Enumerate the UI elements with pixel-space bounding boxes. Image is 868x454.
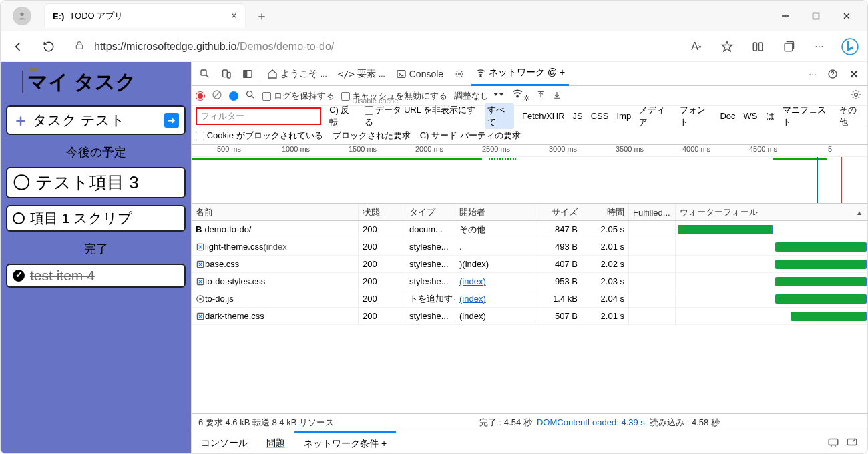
tab-sources-indicator[interactable] [450, 62, 469, 86]
drawer-issues[interactable]: 問題 [257, 431, 294, 454]
preserve-checkbox[interactable] [262, 92, 271, 101]
todo-item-done[interactable]: test item 4 [6, 264, 186, 288]
favorite-icon[interactable] [715, 35, 739, 59]
svg-rect-15 [397, 70, 405, 77]
download-icon[interactable] [552, 89, 562, 102]
svg-point-23 [247, 91, 252, 97]
filter-media[interactable]: メディア [639, 104, 672, 128]
maximize-button[interactable] [801, 5, 831, 27]
invert-label[interactable]: 反転 [329, 105, 349, 127]
more-icon[interactable]: ··· [807, 35, 831, 59]
drawer-network-conditions[interactable]: ネットワーク条件 + [294, 431, 396, 454]
collections-icon[interactable] [777, 35, 801, 59]
svg-line-4 [844, 13, 849, 19]
tab-network[interactable]: ネットワーク @ + [471, 62, 569, 86]
filter-img[interactable]: Imp [616, 111, 631, 121]
throttle-select[interactable]: 調整なし [454, 90, 505, 102]
network-toolbar: ログを保持する キャッシュを無効にするDisable cache 調整なし ✲ [192, 86, 867, 106]
circle-icon [13, 212, 25, 224]
clipboard-icon [22, 70, 23, 93]
todo-item-label: テスト項目 3 [35, 171, 139, 194]
cookie-blocked-checkbox[interactable] [196, 132, 204, 140]
svg-rect-6 [753, 43, 756, 51]
clear-button[interactable] [212, 89, 222, 102]
filter-font[interactable]: フォント [680, 104, 712, 128]
filter-ws[interactable]: WS [744, 111, 758, 121]
filter-css[interactable]: CSS [591, 111, 609, 121]
record-button[interactable] [196, 91, 205, 101]
svg-rect-34 [847, 439, 857, 445]
submit-icon[interactable]: ➜ [164, 113, 179, 128]
filter-fetch[interactable]: Fetch/XHR [522, 111, 565, 121]
filter-js[interactable]: JS [573, 111, 583, 121]
devtools-close-icon[interactable] [845, 62, 863, 86]
drawer-icon-2[interactable] [846, 437, 858, 449]
new-tab-button[interactable]: ＋ [252, 6, 272, 26]
table-row[interactable]: dark-theme.css200styleshe...(index)507 B… [192, 308, 867, 325]
read-aloud-icon[interactable]: A» [684, 35, 708, 59]
url-path: /Demos/demo-to-do/ [236, 41, 334, 53]
filter-all[interactable]: すべて [485, 103, 514, 129]
hide-urls-checkbox[interactable] [365, 106, 373, 115]
close-icon[interactable]: × [231, 10, 237, 22]
svg-point-26 [855, 93, 858, 97]
help-icon[interactable] [823, 62, 842, 86]
check-icon [13, 270, 25, 282]
reload-button[interactable] [37, 35, 61, 59]
bing-icon[interactable] [838, 35, 862, 59]
page-content: マイ タスク ＋ タスク テスト ➜ 今後の予定 〇 テスト項目 3 項目 1 … [1, 62, 191, 454]
tab-elements[interactable]: </>要素... [334, 62, 389, 86]
svg-point-18 [829, 70, 837, 78]
svg-rect-32 [197, 313, 203, 319]
back-button[interactable] [6, 35, 30, 59]
filter-doc[interactable]: Doc [720, 111, 735, 121]
address-bar[interactable]: https://microsoftedge.github.io/Demos/de… [67, 35, 678, 58]
split-icon[interactable] [746, 35, 770, 59]
wifi-conditions-icon[interactable]: ✲ [511, 89, 529, 103]
dock-icon[interactable] [238, 62, 257, 86]
devtools-tabs: ようこそ... </>要素... Console ネットワーク @ + ··· [192, 62, 867, 86]
disable-cache-checkbox[interactable] [341, 92, 350, 101]
table-row[interactable]: to-do-styles.css200styleshe...(index)953… [192, 273, 867, 290]
close-window-button[interactable] [831, 5, 862, 27]
svg-line-3 [844, 13, 849, 19]
gear-icon[interactable] [850, 89, 862, 103]
table-row[interactable]: base.css200styleshe...)(index)407 B2.02 … [192, 256, 867, 273]
filter-input[interactable]: フィルター [196, 107, 321, 125]
filter-other[interactable]: その他 [839, 104, 863, 128]
device-icon[interactable] [217, 62, 236, 86]
preserve-label: ログを保持する [274, 91, 335, 101]
filter-manifest[interactable]: マニフェスト [783, 104, 831, 128]
profile-avatar[interactable] [13, 7, 31, 25]
table-row[interactable]: B demo-to-do/200docum...その他847 B2.05 s [192, 221, 867, 238]
drawer-icon-1[interactable] [827, 437, 839, 449]
minimize-button[interactable] [770, 5, 801, 27]
table-row[interactable]: light-theme.css(index200styleshe....493 … [192, 238, 867, 256]
svg-rect-5 [76, 45, 82, 49]
svg-point-17 [480, 75, 481, 77]
todo-item-3[interactable]: 〇 テスト項目 3 [6, 167, 186, 198]
svg-point-30 [197, 295, 204, 302]
table-row[interactable]: to-do.js200トを追加する(index)1.4 kB2.04 s [192, 290, 867, 308]
table-header[interactable]: 名前 状態 タイプ 開始者 サイズ 時間 Fulfilled... ウォーターフ… [192, 204, 867, 221]
svg-rect-10 [201, 70, 206, 75]
lock-icon [74, 40, 85, 53]
tab-welcome[interactable]: ようこそ... [263, 62, 331, 86]
blocked-requests-label[interactable]: ブロックされた要求 [333, 130, 411, 142]
thirdparty-label[interactable]: サード パーティの要求 [431, 130, 521, 140]
devtools-drawer-tabs: コンソール 問題 ネットワーク条件 + [192, 431, 867, 454]
timeline-overview[interactable] [192, 157, 867, 204]
tab-console[interactable]: Console [392, 62, 447, 86]
upload-icon[interactable] [536, 89, 546, 102]
todo-item-1[interactable]: 項目 1 スクリプ [6, 205, 186, 232]
devtools-more-icon[interactable]: ··· [805, 62, 821, 86]
drawer-console[interactable]: コンソール [192, 431, 257, 454]
inspect-icon[interactable] [196, 62, 214, 86]
filter-toggle-icon[interactable] [229, 91, 238, 101]
search-icon[interactable] [245, 89, 256, 102]
task-input[interactable]: ＋ タスク テスト ➜ [6, 105, 186, 135]
svg-line-20 [851, 71, 857, 77]
browser-tab[interactable]: E:) TODO アプリ × [45, 4, 245, 28]
svg-rect-11 [223, 70, 228, 77]
filter-wasm[interactable]: は [766, 110, 775, 122]
